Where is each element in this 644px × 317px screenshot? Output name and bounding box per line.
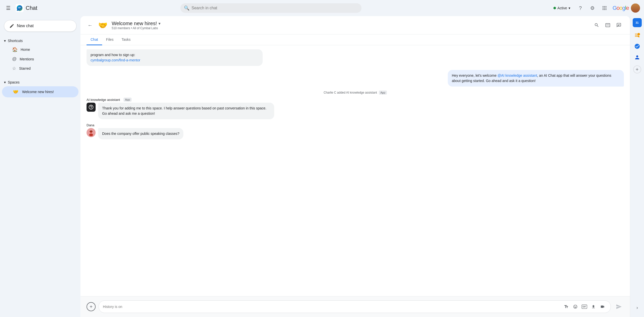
chat-header: ← 🤝 Welcome new hires! ▾ 510 members • A… — [80, 16, 630, 34]
dana-avatar — [87, 128, 96, 137]
dana-sender-row: Dana — [87, 123, 624, 127]
add-attachment-button[interactable]: + — [87, 302, 96, 311]
topbar: ☰ Chat 🔍 — [0, 0, 644, 16]
sidebar-item-mentions[interactable]: @ Mentions — [2, 54, 78, 64]
app-logo: Chat — [16, 4, 37, 12]
dana-message-row: Does the company offer public speaking c… — [87, 128, 624, 139]
user-avatar[interactable] — [631, 4, 640, 13]
chat-title-text: Welcome new hires! — [112, 21, 157, 26]
sidebar-item-welcome-space[interactable]: 🤝 Welcome new hires! — [2, 86, 78, 97]
ai-sender-row: AI knowledge assistant App — [87, 98, 624, 102]
chat-title-chevron[interactable]: ▾ — [158, 21, 160, 26]
svg-rect-1 — [602, 6, 603, 7]
svg-text:GIF: GIF — [582, 306, 586, 308]
home-icon: 🏠 — [12, 47, 18, 52]
ai-message-bubble: Thank you for adding me to this space. I… — [98, 103, 274, 119]
notes-button[interactable] — [632, 30, 642, 40]
ai-avatar — [87, 103, 96, 112]
ai-message-group: AI knowledge assistant App Thank you for… — [87, 98, 624, 119]
system-message: Charlie C added AI knowledge assistant A… — [87, 91, 624, 95]
svg-rect-9 — [606, 9, 606, 10]
contacts-button[interactable] — [632, 52, 642, 62]
spaces-label: Spaces — [8, 80, 20, 84]
sidebar-item-home[interactable]: 🏠 Home — [2, 45, 78, 54]
partial-text: program and how to sign up: — [91, 53, 135, 57]
new-chat-label: New chat — [17, 24, 34, 28]
chat-header-actions — [592, 20, 624, 30]
video-call-button[interactable] — [598, 303, 607, 311]
emoji-button[interactable] — [571, 303, 579, 311]
chat-space-emoji: 🤝 — [97, 19, 109, 31]
messages-container: program and how to sign up: cymbalgroup.… — [80, 45, 630, 296]
spaces-chevron: ▾ — [4, 80, 6, 84]
chat-area: ← 🤝 Welcome new hires! ▾ 510 members • A… — [80, 16, 630, 317]
back-button[interactable]: ← — [87, 21, 94, 29]
format-text-button[interactable] — [562, 303, 570, 311]
message-group-partial: program and how to sign up: cymbalgroup.… — [87, 49, 624, 66]
chat-threads-list-button[interactable] — [614, 20, 624, 30]
svg-point-15 — [637, 33, 640, 35]
sidebar: New chat ▾ Shortcuts 🏠 Home @ Mentions ☆… — [0, 16, 80, 317]
new-chat-button[interactable]: New chat — [4, 20, 76, 32]
input-actions: GIF — [562, 303, 607, 311]
sidebar-item-starred[interactable]: ☆ Starred — [2, 64, 78, 73]
search-input[interactable] — [180, 3, 361, 13]
tab-chat[interactable]: Chat — [87, 34, 102, 45]
ai-message-row: Thank you for adding me to this space. I… — [87, 103, 624, 119]
tab-files[interactable]: Files — [102, 34, 118, 45]
space-name: Welcome new hires! — [22, 90, 54, 94]
svg-rect-8 — [604, 9, 605, 10]
svg-rect-7 — [602, 9, 603, 10]
send-button[interactable] — [614, 302, 624, 312]
all-label: All of Cymbal Labs — [133, 26, 158, 30]
help-button[interactable]: ? — [575, 3, 585, 13]
topbar-right: Active ▾ ? ⚙ Google — [550, 3, 640, 13]
status-dot — [553, 7, 556, 9]
system-text: Charlie C added AI knowledge assistant — [324, 91, 377, 94]
chat-subtitle: 510 members • All of Cymbal Labs — [112, 26, 592, 30]
shortcuts-header[interactable]: ▾ Shortcuts — [0, 37, 80, 45]
google-logo: Google — [613, 5, 629, 11]
ai-mention: @AI knowledge assistant — [498, 73, 537, 77]
dana-sender-name: Dana — [87, 123, 94, 127]
app-title: Chat — [26, 5, 37, 11]
shortcuts-section: ▾ Shortcuts 🏠 Home @ Mentions ☆ Starred — [0, 37, 80, 73]
app-badge: App — [379, 91, 387, 95]
tab-tasks[interactable]: Tasks — [117, 34, 135, 45]
chat-search-button[interactable] — [592, 20, 602, 30]
chat-title: Welcome new hires! ▾ — [112, 21, 592, 26]
outgoing-message: Hey everyone, let's welcome @AI knowledg… — [448, 70, 624, 87]
svg-rect-6 — [606, 8, 606, 8]
calendar-button[interactable]: 31 — [633, 18, 642, 27]
svg-rect-3 — [606, 6, 606, 7]
mentor-link[interactable]: cymbalgroup.com/find-a-mentor — [91, 58, 140, 62]
tasks-button[interactable] — [632, 41, 642, 51]
message-input[interactable] — [103, 305, 560, 309]
hamburger-icon[interactable]: ☰ — [4, 3, 13, 13]
settings-button[interactable]: ⚙ — [587, 3, 597, 13]
upload-button[interactable] — [589, 303, 597, 311]
svg-rect-2 — [604, 6, 605, 7]
expand-panel-button[interactable] — [632, 303, 642, 313]
spaces-header[interactable]: ▾ Spaces — [0, 78, 80, 86]
shortcuts-chevron: ▾ — [4, 39, 6, 43]
star-icon: ☆ — [12, 66, 16, 71]
ai-sender-name: AI knowledge assistant — [87, 98, 120, 102]
status-chevron: ▾ — [569, 6, 570, 10]
dana-message-group: Dana Does the company — [87, 123, 624, 139]
gif-button[interactable]: GIF — [580, 303, 588, 311]
status-button[interactable]: Active ▾ — [550, 5, 573, 12]
starred-label: Starred — [19, 66, 31, 70]
mentions-icon: @ — [12, 56, 17, 62]
add-icon: + — [90, 304, 93, 310]
chat-tabs: Chat Files Tasks — [80, 34, 630, 45]
shortcuts-label: Shortcuts — [8, 39, 23, 43]
search-bar: 🔍 — [180, 3, 361, 13]
status-label: Active — [557, 6, 567, 10]
add-panel-button[interactable]: + — [633, 65, 641, 73]
main-layout: New chat ▾ Shortcuts 🏠 Home @ Mentions ☆… — [0, 16, 644, 317]
members-count: 510 members — [112, 26, 130, 30]
apps-grid-button[interactable] — [599, 3, 610, 13]
chat-thread-button[interactable] — [603, 20, 613, 30]
outgoing-message-wrapper: Hey everyone, let's welcome @AI knowledg… — [87, 70, 624, 87]
